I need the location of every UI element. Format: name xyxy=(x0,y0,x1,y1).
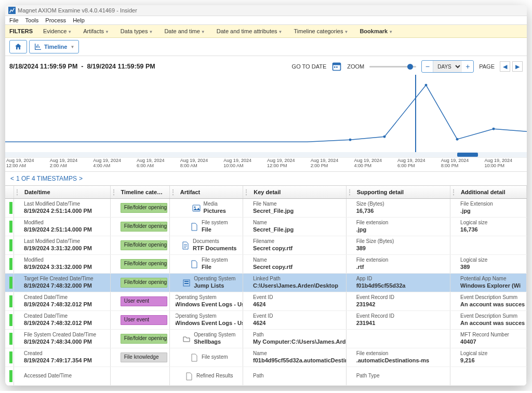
chart-icon xyxy=(34,43,42,51)
category-tag: File/folder opening xyxy=(121,334,167,344)
goto-date-label: GO TO DATE xyxy=(292,63,327,70)
menu-tools[interactable]: Tools xyxy=(25,17,39,23)
artifact-icon xyxy=(190,260,198,268)
menu-file[interactable]: File xyxy=(9,17,19,23)
category-tag: File/folder opening xyxy=(121,203,167,213)
table-row[interactable]: Modified8/19/2024 2:51:14.000 PM File/fo… xyxy=(5,218,527,236)
chart-line xyxy=(5,85,527,142)
chart-xaxis: Aug 19, 202412:00 AMAug 19, 20242:00 AMA… xyxy=(5,158,527,172)
timeline-chart[interactable] xyxy=(5,75,527,158)
table-body: Last Modified Date/Time8/19/2024 2:51:14… xyxy=(5,199,527,386)
row-marker xyxy=(9,258,12,270)
timeline-button[interactable]: Timeline▼ xyxy=(29,40,79,53)
row-marker xyxy=(9,277,12,289)
filter-datetime-attrs[interactable]: Date and time attributes▼ xyxy=(217,28,283,34)
category-tag: File/folder opening xyxy=(121,259,167,269)
page-label: PAGE xyxy=(479,63,495,70)
column-grip[interactable]: ⋮ xyxy=(450,186,457,198)
row-marker xyxy=(9,351,12,363)
filter-datetime[interactable]: Date and time▼ xyxy=(164,28,205,34)
ts-count: 1 OF 4 TIMESTAMPS xyxy=(16,175,77,182)
svg-point-8 xyxy=(456,138,459,141)
col-additional[interactable]: Additional detail xyxy=(457,186,527,198)
column-grip[interactable]: ⋮ xyxy=(14,186,20,198)
zoom-out-button[interactable]: − xyxy=(422,61,433,72)
zoom-slider[interactable] xyxy=(369,66,416,67)
menu-help[interactable]: Help xyxy=(73,17,85,23)
column-grip[interactable]: ⋮ xyxy=(243,186,249,198)
category-tag: File/folder opening xyxy=(121,222,167,232)
ts-next-button[interactable]: > xyxy=(79,175,83,182)
col-keydetail[interactable]: Key detail xyxy=(249,186,346,198)
chart-scrollbar[interactable] xyxy=(5,152,527,157)
col-datetime[interactable]: Date/time xyxy=(20,186,111,198)
svg-rect-2 xyxy=(333,63,341,65)
zoom-unit-select[interactable]: DAYS xyxy=(433,61,462,72)
table-row[interactable]: Created8/19/2024 7:49:17.354 PM File kno… xyxy=(5,348,527,367)
filter-bookmark[interactable]: Bookmark▼ xyxy=(360,28,393,34)
table-row[interactable]: Target File Created Date/Time8/19/2024 7… xyxy=(5,274,527,292)
svg-point-6 xyxy=(383,135,386,138)
svg-point-5 xyxy=(349,139,352,141)
artifact-icon xyxy=(190,223,198,231)
filters-label: FILTERS xyxy=(9,28,33,34)
artifact-icon xyxy=(190,354,198,362)
col-supporting[interactable]: Supporting detail xyxy=(353,186,450,198)
artifact-icon xyxy=(182,279,191,287)
calendar-icon[interactable] xyxy=(331,61,342,72)
menubar: File Tools Process Help xyxy=(5,16,527,25)
filter-datatypes[interactable]: Data types▼ xyxy=(121,28,153,34)
zoom-in-button[interactable]: + xyxy=(462,61,473,72)
row-marker xyxy=(9,370,12,382)
svg-point-11 xyxy=(194,206,195,208)
timestamp-pager: < 1 OF 4 TIMESTAMPS > xyxy=(5,172,527,185)
col-artifact[interactable]: Artifact xyxy=(176,186,244,198)
row-marker xyxy=(9,295,12,307)
svg-rect-4 xyxy=(336,66,338,68)
svg-rect-14 xyxy=(184,283,189,284)
titlebar: Magnet AXIOM Examine v8.4.0.41469 - Insi… xyxy=(5,5,527,16)
category-tag: File knowledge xyxy=(121,353,167,362)
artifact-icon xyxy=(185,372,193,381)
menu-process[interactable]: Process xyxy=(45,17,66,23)
table-row[interactable]: Last Modified Date/Time8/19/2024 3:31:32… xyxy=(5,236,527,255)
filter-artifacts[interactable]: Artifacts▼ xyxy=(83,28,109,34)
col-category[interactable]: Timeline category xyxy=(117,186,170,198)
filters-bar: FILTERS Evidence▼ Artifacts▼ Data types▼… xyxy=(5,25,527,38)
row-marker xyxy=(9,314,12,326)
svg-point-9 xyxy=(493,128,495,130)
row-marker xyxy=(9,202,12,214)
svg-rect-13 xyxy=(184,281,189,282)
filter-timeline-cats[interactable]: Timeline categories▼ xyxy=(294,28,349,34)
column-grip[interactable]: ⋮ xyxy=(347,186,353,198)
artifact-icon xyxy=(181,241,190,250)
row-marker xyxy=(9,239,12,251)
category-tag: File/folder opening xyxy=(121,278,167,288)
table-row[interactable]: Last Modified Date/Time8/19/2024 2:51:14… xyxy=(5,199,527,218)
home-button[interactable] xyxy=(9,40,27,53)
artifact-icon xyxy=(182,335,191,343)
category-tag: User event xyxy=(121,315,167,325)
table-header: ⋮ Date/time ⋮ Timeline category ⋮ Artifa… xyxy=(5,185,527,199)
category-tag: User event xyxy=(121,296,167,306)
svg-rect-3 xyxy=(334,66,336,68)
column-grip[interactable]: ⋮ xyxy=(170,186,176,198)
date-range: 8/18/2024 11:59:59 PM - 8/19/2024 11:59:… xyxy=(9,63,155,70)
page-prev-button[interactable]: ◀ xyxy=(500,61,510,72)
app-icon xyxy=(8,7,16,14)
row-marker xyxy=(9,221,12,233)
table-row[interactable]: Accessed Date/Time Refined Results Path … xyxy=(5,367,527,386)
table-row[interactable]: Modified8/19/2024 3:31:32.000 PM File/fo… xyxy=(5,255,527,274)
table-row[interactable]: Created Date/Time8/19/2024 7:48:32.012 P… xyxy=(5,311,527,330)
artifact-icon xyxy=(192,204,201,212)
home-icon xyxy=(14,43,22,51)
filter-evidence[interactable]: Evidence▼ xyxy=(43,28,72,34)
svg-rect-10 xyxy=(193,205,200,211)
column-grip[interactable]: ⋮ xyxy=(111,186,117,198)
table-row[interactable]: File System Created Date/Time8/19/2024 7… xyxy=(5,330,527,348)
table-row[interactable]: Created Date/Time8/19/2024 7:48:32.012 P… xyxy=(5,292,527,311)
svg-point-7 xyxy=(425,84,428,86)
page-next-button[interactable]: ▶ xyxy=(512,61,523,72)
ts-prev-button[interactable]: < xyxy=(10,175,14,182)
view-toolbar: Timeline▼ xyxy=(5,38,527,56)
